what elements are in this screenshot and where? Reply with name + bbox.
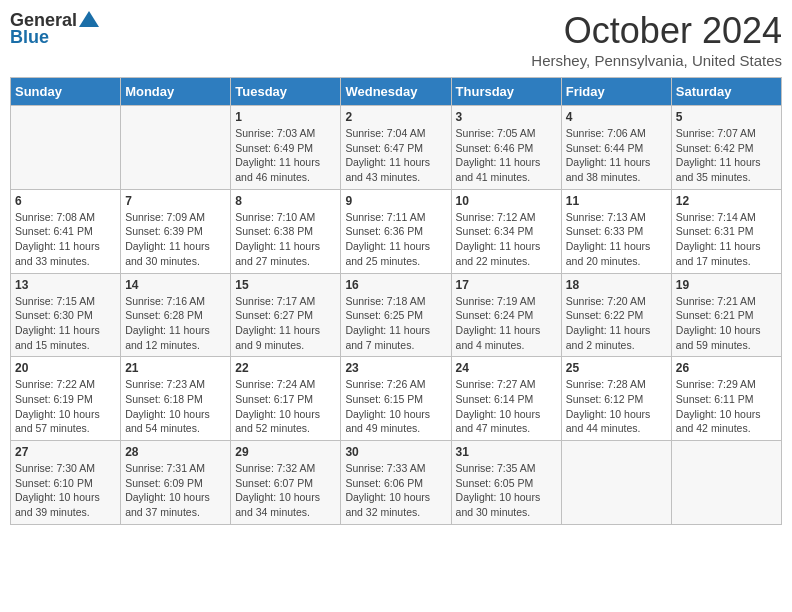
day-info: Sunrise: 7:26 AM Sunset: 6:15 PM Dayligh… — [345, 377, 446, 436]
day-info: Sunrise: 7:27 AM Sunset: 6:14 PM Dayligh… — [456, 377, 557, 436]
day-info: Sunrise: 7:28 AM Sunset: 6:12 PM Dayligh… — [566, 377, 667, 436]
day-number: 21 — [125, 361, 226, 375]
day-number: 30 — [345, 445, 446, 459]
day-number: 1 — [235, 110, 336, 124]
day-info: Sunrise: 7:14 AM Sunset: 6:31 PM Dayligh… — [676, 210, 777, 269]
header-day-monday: Monday — [121, 78, 231, 106]
calendar-cell — [121, 106, 231, 190]
day-number: 27 — [15, 445, 116, 459]
calendar-cell: 19Sunrise: 7:21 AM Sunset: 6:21 PM Dayli… — [671, 273, 781, 357]
header-day-wednesday: Wednesday — [341, 78, 451, 106]
day-info: Sunrise: 7:03 AM Sunset: 6:49 PM Dayligh… — [235, 126, 336, 185]
day-info: Sunrise: 7:05 AM Sunset: 6:46 PM Dayligh… — [456, 126, 557, 185]
day-number: 29 — [235, 445, 336, 459]
day-info: Sunrise: 7:29 AM Sunset: 6:11 PM Dayligh… — [676, 377, 777, 436]
calendar-cell: 11Sunrise: 7:13 AM Sunset: 6:33 PM Dayli… — [561, 189, 671, 273]
day-info: Sunrise: 7:32 AM Sunset: 6:07 PM Dayligh… — [235, 461, 336, 520]
calendar-cell: 21Sunrise: 7:23 AM Sunset: 6:18 PM Dayli… — [121, 357, 231, 441]
day-number: 22 — [235, 361, 336, 375]
day-number: 25 — [566, 361, 667, 375]
day-info: Sunrise: 7:22 AM Sunset: 6:19 PM Dayligh… — [15, 377, 116, 436]
calendar-cell: 2Sunrise: 7:04 AM Sunset: 6:47 PM Daylig… — [341, 106, 451, 190]
title-block: October 2024 Hershey, Pennsylvania, Unit… — [531, 10, 782, 69]
day-number: 9 — [345, 194, 446, 208]
day-number: 15 — [235, 278, 336, 292]
day-info: Sunrise: 7:19 AM Sunset: 6:24 PM Dayligh… — [456, 294, 557, 353]
location: Hershey, Pennsylvania, United States — [531, 52, 782, 69]
logo-blue-text: Blue — [10, 27, 49, 48]
day-number: 6 — [15, 194, 116, 208]
calendar-cell: 18Sunrise: 7:20 AM Sunset: 6:22 PM Dayli… — [561, 273, 671, 357]
header-day-tuesday: Tuesday — [231, 78, 341, 106]
calendar-cell: 20Sunrise: 7:22 AM Sunset: 6:19 PM Dayli… — [11, 357, 121, 441]
day-info: Sunrise: 7:15 AM Sunset: 6:30 PM Dayligh… — [15, 294, 116, 353]
week-row-4: 27Sunrise: 7:30 AM Sunset: 6:10 PM Dayli… — [11, 441, 782, 525]
calendar-cell: 13Sunrise: 7:15 AM Sunset: 6:30 PM Dayli… — [11, 273, 121, 357]
day-number: 8 — [235, 194, 336, 208]
month-title: October 2024 — [531, 10, 782, 52]
week-row-1: 6Sunrise: 7:08 AM Sunset: 6:41 PM Daylig… — [11, 189, 782, 273]
day-number: 28 — [125, 445, 226, 459]
day-info: Sunrise: 7:11 AM Sunset: 6:36 PM Dayligh… — [345, 210, 446, 269]
svg-marker-0 — [79, 11, 99, 27]
calendar-header-row: SundayMondayTuesdayWednesdayThursdayFrid… — [11, 78, 782, 106]
calendar-body: 1Sunrise: 7:03 AM Sunset: 6:49 PM Daylig… — [11, 106, 782, 525]
day-number: 18 — [566, 278, 667, 292]
day-number: 31 — [456, 445, 557, 459]
page-header: General Blue October 2024 Hershey, Penns… — [10, 10, 782, 69]
day-info: Sunrise: 7:35 AM Sunset: 6:05 PM Dayligh… — [456, 461, 557, 520]
week-row-2: 13Sunrise: 7:15 AM Sunset: 6:30 PM Dayli… — [11, 273, 782, 357]
day-info: Sunrise: 7:18 AM Sunset: 6:25 PM Dayligh… — [345, 294, 446, 353]
calendar-cell: 28Sunrise: 7:31 AM Sunset: 6:09 PM Dayli… — [121, 441, 231, 525]
week-row-0: 1Sunrise: 7:03 AM Sunset: 6:49 PM Daylig… — [11, 106, 782, 190]
header-day-friday: Friday — [561, 78, 671, 106]
day-info: Sunrise: 7:09 AM Sunset: 6:39 PM Dayligh… — [125, 210, 226, 269]
day-info: Sunrise: 7:23 AM Sunset: 6:18 PM Dayligh… — [125, 377, 226, 436]
day-number: 19 — [676, 278, 777, 292]
day-info: Sunrise: 7:16 AM Sunset: 6:28 PM Dayligh… — [125, 294, 226, 353]
calendar-cell: 26Sunrise: 7:29 AM Sunset: 6:11 PM Dayli… — [671, 357, 781, 441]
day-number: 20 — [15, 361, 116, 375]
day-number: 14 — [125, 278, 226, 292]
day-info: Sunrise: 7:13 AM Sunset: 6:33 PM Dayligh… — [566, 210, 667, 269]
day-number: 13 — [15, 278, 116, 292]
calendar-cell: 31Sunrise: 7:35 AM Sunset: 6:05 PM Dayli… — [451, 441, 561, 525]
day-number: 10 — [456, 194, 557, 208]
header-day-saturday: Saturday — [671, 78, 781, 106]
week-row-3: 20Sunrise: 7:22 AM Sunset: 6:19 PM Dayli… — [11, 357, 782, 441]
calendar-cell: 29Sunrise: 7:32 AM Sunset: 6:07 PM Dayli… — [231, 441, 341, 525]
calendar-cell — [671, 441, 781, 525]
day-info: Sunrise: 7:21 AM Sunset: 6:21 PM Dayligh… — [676, 294, 777, 353]
calendar-cell: 8Sunrise: 7:10 AM Sunset: 6:38 PM Daylig… — [231, 189, 341, 273]
calendar-cell: 12Sunrise: 7:14 AM Sunset: 6:31 PM Dayli… — [671, 189, 781, 273]
calendar-cell: 5Sunrise: 7:07 AM Sunset: 6:42 PM Daylig… — [671, 106, 781, 190]
day-number: 26 — [676, 361, 777, 375]
calendar-cell: 3Sunrise: 7:05 AM Sunset: 6:46 PM Daylig… — [451, 106, 561, 190]
calendar-cell: 4Sunrise: 7:06 AM Sunset: 6:44 PM Daylig… — [561, 106, 671, 190]
calendar-cell: 6Sunrise: 7:08 AM Sunset: 6:41 PM Daylig… — [11, 189, 121, 273]
day-number: 12 — [676, 194, 777, 208]
day-info: Sunrise: 7:17 AM Sunset: 6:27 PM Dayligh… — [235, 294, 336, 353]
day-info: Sunrise: 7:12 AM Sunset: 6:34 PM Dayligh… — [456, 210, 557, 269]
day-number: 23 — [345, 361, 446, 375]
day-info: Sunrise: 7:04 AM Sunset: 6:47 PM Dayligh… — [345, 126, 446, 185]
calendar-cell: 17Sunrise: 7:19 AM Sunset: 6:24 PM Dayli… — [451, 273, 561, 357]
calendar-cell — [561, 441, 671, 525]
calendar-cell: 10Sunrise: 7:12 AM Sunset: 6:34 PM Dayli… — [451, 189, 561, 273]
logo-triangle-icon — [79, 9, 99, 29]
day-number: 11 — [566, 194, 667, 208]
day-info: Sunrise: 7:10 AM Sunset: 6:38 PM Dayligh… — [235, 210, 336, 269]
calendar-cell — [11, 106, 121, 190]
calendar-cell: 16Sunrise: 7:18 AM Sunset: 6:25 PM Dayli… — [341, 273, 451, 357]
logo: General Blue — [10, 10, 99, 48]
calendar-cell: 27Sunrise: 7:30 AM Sunset: 6:10 PM Dayli… — [11, 441, 121, 525]
day-number: 24 — [456, 361, 557, 375]
calendar-cell: 23Sunrise: 7:26 AM Sunset: 6:15 PM Dayli… — [341, 357, 451, 441]
day-number: 4 — [566, 110, 667, 124]
day-number: 3 — [456, 110, 557, 124]
header-day-sunday: Sunday — [11, 78, 121, 106]
calendar-cell: 1Sunrise: 7:03 AM Sunset: 6:49 PM Daylig… — [231, 106, 341, 190]
day-info: Sunrise: 7:07 AM Sunset: 6:42 PM Dayligh… — [676, 126, 777, 185]
header-day-thursday: Thursday — [451, 78, 561, 106]
day-number: 5 — [676, 110, 777, 124]
